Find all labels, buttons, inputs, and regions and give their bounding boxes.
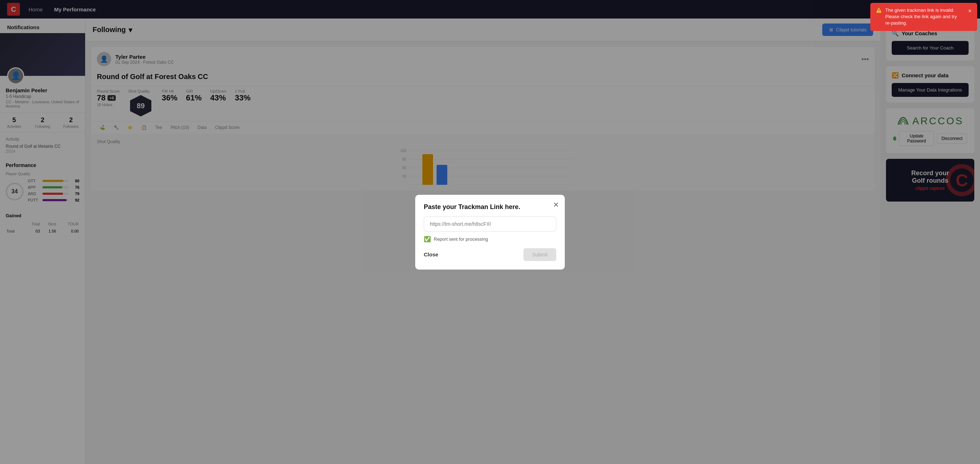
success-message: ✅ Report sent for processing [424, 236, 556, 243]
modal-close-button[interactable]: ✕ [553, 200, 559, 209]
toast-message: The given trackman link is invalid. Plea… [885, 7, 962, 27]
trackman-modal: Paste your Trackman Link here. ✕ ✅ Repor… [415, 195, 565, 270]
check-icon: ✅ [424, 236, 431, 243]
modal-close-text-button[interactable]: Close [424, 251, 438, 257]
modal-title: Paste your Trackman Link here. [424, 203, 556, 211]
modal-actions: Close Submit [424, 248, 556, 261]
error-toast: ⚠️ The given trackman link is invalid. P… [870, 3, 977, 31]
trackman-link-input[interactable] [424, 216, 556, 232]
toast-close-button[interactable]: × [968, 7, 972, 15]
warning-icon: ⚠️ [876, 7, 882, 14]
modal-submit-button[interactable]: Submit [523, 248, 556, 261]
modal-overlay: Paste your Trackman Link here. ✕ ✅ Repor… [0, 0, 980, 464]
